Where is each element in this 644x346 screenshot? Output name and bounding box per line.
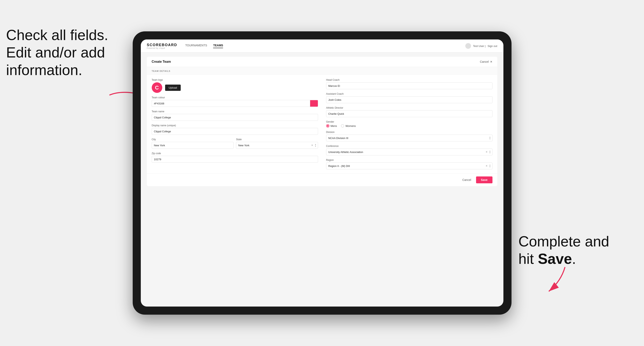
team-colour-label: Team colour	[152, 96, 318, 99]
create-team-panel: Create Team Cancel ✕ TEAM DETAILS Team l…	[147, 57, 497, 186]
logo-circle: C	[152, 82, 162, 93]
region-label: Region	[326, 159, 492, 162]
cancel-x-label: Cancel	[480, 60, 489, 63]
athletic-director-field: Athletic Director	[326, 106, 492, 117]
city-label: City	[152, 138, 234, 141]
zip-label: Zip code	[152, 152, 318, 155]
annotation-right-line2: hit	[518, 251, 538, 267]
assistant-coach-label: Assistant Coach	[326, 92, 492, 95]
gender-radio-row: Mens Womens	[326, 124, 492, 128]
city-state-field: City State New York ✕	[152, 138, 318, 149]
annotation-right-bold: Save	[538, 251, 572, 267]
nav-right: Test User | Sign out	[465, 43, 497, 49]
tablet-screen: SCOREBOARD Powered by clippd TOURNAMENTS…	[141, 39, 504, 307]
form-body: Team logo C Upload Team colour	[147, 74, 497, 173]
form-right: Head Coach Assistant Coach Athletic Dire…	[326, 78, 492, 169]
conference-select[interactable]: University Athletic Association	[326, 149, 492, 155]
section-label: TEAM DETAILS	[147, 67, 497, 74]
gender-womens-option[interactable]: Womens	[341, 124, 356, 128]
division-select[interactable]: NCAA Division III	[326, 135, 492, 142]
division-label: Division	[326, 131, 492, 134]
conference-clear-icon[interactable]: ✕	[486, 151, 488, 153]
color-input-row	[152, 100, 318, 107]
gender-mens-label: Mens	[330, 124, 337, 128]
user-label: Test User |	[473, 44, 486, 47]
gender-womens-radio[interactable]	[341, 124, 344, 128]
city-input[interactable]	[152, 142, 234, 149]
city-field: City	[152, 138, 234, 149]
logo-sub: Powered by clippd	[147, 47, 177, 49]
annotation-line3: information.	[6, 62, 82, 78]
division-select-wrap: NCAA Division III ▲ ▼	[326, 135, 492, 142]
user-avatar	[465, 43, 471, 49]
head-coach-field: Head Coach	[326, 78, 492, 89]
conference-label: Conference	[326, 145, 492, 148]
annotation-right-end: .	[572, 251, 576, 267]
annotation-right-line1: Complete and	[518, 233, 609, 249]
team-logo-label: Team logo	[152, 78, 318, 81]
assistant-coach-field: Assistant Coach	[326, 92, 492, 103]
sign-out-link[interactable]: Sign out	[488, 44, 497, 47]
zip-field: Zip code	[152, 152, 318, 163]
nav-links: TOURNAMENTS TEAMS	[185, 44, 465, 48]
annotation-right: Complete and hit Save.	[518, 233, 632, 268]
panel-footer: Cancel Save	[147, 173, 497, 186]
upload-button[interactable]: Upload	[165, 85, 181, 91]
display-name-field: Display name (unique)	[152, 124, 318, 135]
state-field: State New York ✕ ▲ ▼	[236, 138, 318, 149]
cancel-button[interactable]: Cancel	[460, 177, 474, 183]
conference-field: Conference University Athletic Associati…	[326, 145, 492, 155]
main-content: Create Team Cancel ✕ TEAM DETAILS Team l…	[141, 53, 504, 307]
cancel-x-button[interactable]: Cancel ✕	[480, 60, 492, 63]
athletic-director-label: Athletic Director	[326, 106, 492, 109]
state-select-wrap: New York ✕ ▲ ▼	[236, 142, 318, 149]
annotation-line1: Check all fields.	[6, 27, 108, 43]
zip-input[interactable]	[152, 156, 318, 163]
city-state-row: City State New York ✕	[152, 138, 318, 149]
gender-label: Gender	[326, 120, 492, 123]
athletic-director-input[interactable]	[326, 110, 492, 117]
save-button[interactable]: Save	[476, 176, 492, 183]
display-name-input[interactable]	[152, 128, 318, 135]
close-icon: ✕	[490, 60, 492, 63]
gender-womens-label: Womens	[346, 124, 356, 128]
head-coach-label: Head Coach	[326, 78, 492, 81]
region-clear-icon[interactable]: ✕	[486, 165, 488, 167]
gender-field: Gender Mens Womens	[326, 120, 492, 128]
region-field: Region Region II - (M) DIII ✕ ▲ ▼	[326, 159, 492, 169]
head-coach-input[interactable]	[326, 82, 492, 89]
form-left: Team logo C Upload Team colour	[152, 78, 318, 169]
division-field: Division NCAA Division III ▲ ▼	[326, 131, 492, 142]
logo-area: SCOREBOARD Powered by clippd	[147, 43, 177, 49]
gender-mens-option[interactable]: Mens	[326, 124, 337, 128]
state-label: State	[236, 138, 318, 141]
team-colour-input[interactable]	[152, 100, 310, 107]
region-select-wrap: Region II - (M) DIII ✕ ▲ ▼	[326, 163, 492, 169]
nav-tournaments[interactable]: TOURNAMENTS	[185, 44, 207, 48]
logo-upload-area: C Upload	[152, 82, 318, 93]
color-swatch[interactable]	[310, 100, 318, 107]
state-select[interactable]: New York	[236, 142, 318, 149]
assistant-coach-input[interactable]	[326, 96, 492, 103]
logo-text: SCOREBOARD	[147, 43, 177, 47]
team-logo-field: Team logo C Upload	[152, 78, 318, 93]
annotation-left: Check all fields. Edit and/or add inform…	[6, 26, 112, 79]
team-name-field: Team name	[152, 110, 318, 121]
annotation-line2: Edit and/or add	[6, 44, 105, 60]
navbar: SCOREBOARD Powered by clippd TOURNAMENTS…	[141, 39, 504, 53]
panel-title: Create Team	[152, 60, 171, 64]
team-name-label: Team name	[152, 110, 318, 113]
arrow-right-icon	[528, 265, 569, 293]
region-select[interactable]: Region II - (M) DIII	[326, 163, 492, 169]
conference-select-wrap: University Athletic Association ✕ ▲ ▼	[326, 149, 492, 155]
display-name-label: Display name (unique)	[152, 124, 318, 127]
team-colour-field: Team colour	[152, 96, 318, 107]
panel-header: Create Team Cancel ✕	[147, 57, 497, 67]
gender-mens-radio[interactable]	[326, 124, 330, 128]
state-clear-icon[interactable]: ✕	[311, 144, 313, 147]
tablet-device: SCOREBOARD Powered by clippd TOURNAMENTS…	[133, 31, 512, 315]
team-name-input[interactable]	[152, 114, 318, 121]
nav-teams[interactable]: TEAMS	[213, 44, 223, 48]
